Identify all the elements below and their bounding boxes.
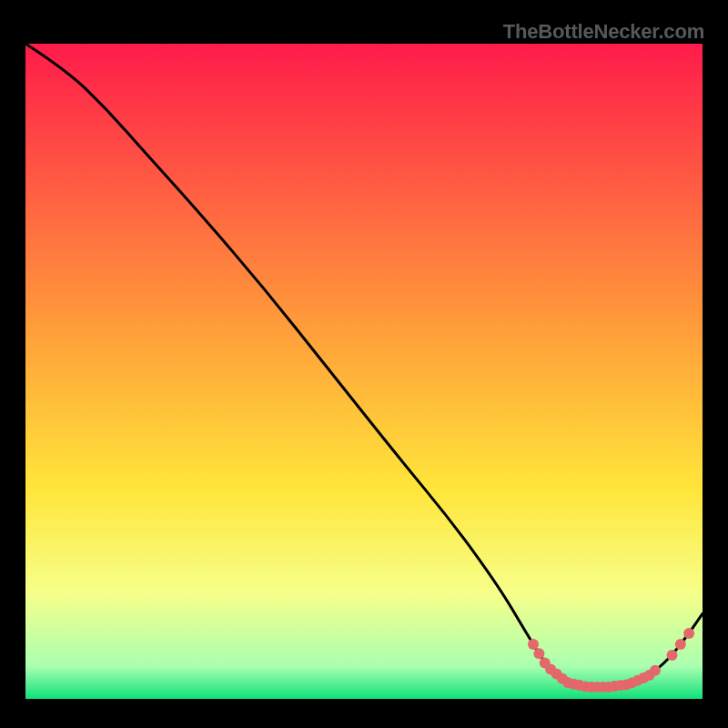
chart-frame: TheBottleNecker.com xyxy=(18,18,710,710)
data-point-marker xyxy=(667,650,678,661)
chart-background xyxy=(25,44,703,699)
bottleneck-curve-chart xyxy=(18,18,710,710)
data-point-marker xyxy=(683,628,694,639)
data-point-marker xyxy=(650,665,661,676)
data-point-marker xyxy=(533,648,544,659)
data-point-marker xyxy=(675,639,686,650)
attribution-label: TheBottleNecker.com xyxy=(503,20,704,44)
data-point-marker xyxy=(528,639,539,650)
